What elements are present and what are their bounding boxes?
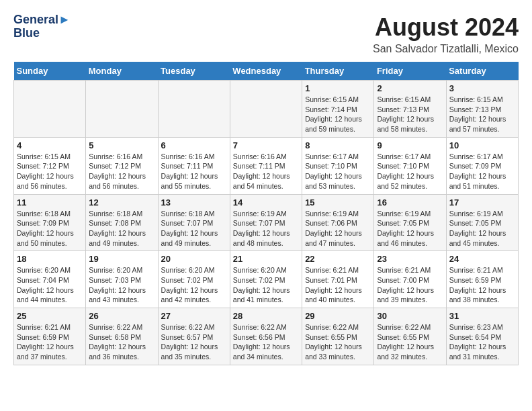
day-detail: Sunrise: 6:16 AMSunset: 7:11 PMDaylight:… <box>233 152 299 191</box>
calendar-week-row: 25Sunrise: 6:21 AMSunset: 6:59 PMDayligh… <box>14 308 519 365</box>
weekday-header-row: SundayMondayTuesdayWednesdayThursdayFrid… <box>14 62 519 81</box>
day-number: 26 <box>89 311 154 321</box>
calendar-cell: 4Sunrise: 6:15 AMSunset: 7:12 PMDaylight… <box>14 137 86 194</box>
calendar-cell: 29Sunrise: 6:22 AMSunset: 6:55 PMDayligh… <box>302 308 374 365</box>
calendar-cell: 16Sunrise: 6:19 AMSunset: 7:05 PMDayligh… <box>374 194 446 251</box>
day-number: 7 <box>233 140 299 150</box>
calendar-cell: 23Sunrise: 6:21 AMSunset: 7:00 PMDayligh… <box>374 251 446 308</box>
weekday-header: Sunday <box>14 62 86 81</box>
calendar-cell: 13Sunrise: 6:18 AMSunset: 7:07 PMDayligh… <box>158 194 230 251</box>
day-number: 27 <box>161 311 227 321</box>
day-detail: Sunrise: 6:17 AMSunset: 7:10 PMDaylight:… <box>305 152 371 191</box>
day-number: 23 <box>377 254 443 264</box>
day-detail: Sunrise: 6:15 AMSunset: 7:14 PMDaylight:… <box>305 95 371 134</box>
calendar-cell: 10Sunrise: 6:17 AMSunset: 7:09 PMDayligh… <box>446 137 518 194</box>
day-number: 9 <box>377 140 443 150</box>
day-number: 3 <box>449 83 515 93</box>
calendar-week-row: 11Sunrise: 6:18 AMSunset: 7:09 PMDayligh… <box>14 194 519 251</box>
day-detail: Sunrise: 6:21 AMSunset: 6:59 PMDaylight:… <box>449 265 515 305</box>
day-number: 24 <box>449 254 515 264</box>
day-number: 18 <box>17 254 83 264</box>
calendar-cell: 2Sunrise: 6:15 AMSunset: 7:13 PMDaylight… <box>374 81 446 138</box>
calendar-cell: 28Sunrise: 6:22 AMSunset: 6:56 PMDayligh… <box>230 308 302 365</box>
day-detail: Sunrise: 6:19 AMSunset: 7:06 PMDaylight:… <box>305 209 371 248</box>
day-detail: Sunrise: 6:19 AMSunset: 7:05 PMDaylight:… <box>449 209 515 248</box>
calendar-cell: 8Sunrise: 6:17 AMSunset: 7:10 PMDaylight… <box>302 137 374 194</box>
day-number: 4 <box>17 140 83 150</box>
calendar-cell: 12Sunrise: 6:18 AMSunset: 7:08 PMDayligh… <box>86 194 158 251</box>
logo-text: General►Blue <box>13 13 71 40</box>
day-number: 19 <box>89 254 154 264</box>
day-number: 21 <box>233 254 299 264</box>
weekday-header: Thursday <box>302 62 374 81</box>
calendar-cell <box>230 81 302 138</box>
day-detail: Sunrise: 6:17 AMSunset: 7:09 PMDaylight:… <box>449 152 515 191</box>
day-detail: Sunrise: 6:21 AMSunset: 7:01 PMDaylight:… <box>305 265 371 305</box>
day-detail: Sunrise: 6:23 AMSunset: 6:54 PMDaylight:… <box>449 322 515 362</box>
calendar-cell: 19Sunrise: 6:20 AMSunset: 7:03 PMDayligh… <box>86 251 158 308</box>
calendar-week-row: 1Sunrise: 6:15 AMSunset: 7:14 PMDaylight… <box>14 81 519 138</box>
calendar-cell: 15Sunrise: 6:19 AMSunset: 7:06 PMDayligh… <box>302 194 374 251</box>
day-detail: Sunrise: 6:20 AMSunset: 7:02 PMDaylight:… <box>161 265 227 305</box>
calendar-cell: 22Sunrise: 6:21 AMSunset: 7:01 PMDayligh… <box>302 251 374 308</box>
day-detail: Sunrise: 6:16 AMSunset: 7:11 PMDaylight:… <box>161 152 227 191</box>
calendar-cell: 7Sunrise: 6:16 AMSunset: 7:11 PMDaylight… <box>230 137 302 194</box>
weekday-header: Monday <box>86 62 158 81</box>
day-detail: Sunrise: 6:22 AMSunset: 6:55 PMDaylight:… <box>305 322 371 362</box>
calendar-cell: 21Sunrise: 6:20 AMSunset: 7:02 PMDayligh… <box>230 251 302 308</box>
day-number: 8 <box>305 140 371 150</box>
day-number: 29 <box>305 311 371 321</box>
day-detail: Sunrise: 6:20 AMSunset: 7:03 PMDaylight:… <box>89 265 154 305</box>
day-detail: Sunrise: 6:18 AMSunset: 7:07 PMDaylight:… <box>161 209 227 248</box>
calendar-cell: 30Sunrise: 6:22 AMSunset: 6:55 PMDayligh… <box>374 308 446 365</box>
day-number: 16 <box>377 197 443 208</box>
day-detail: Sunrise: 6:22 AMSunset: 6:58 PMDaylight:… <box>89 322 154 362</box>
day-number: 31 <box>449 311 515 321</box>
weekday-header: Friday <box>374 62 446 81</box>
day-number: 14 <box>233 197 299 208</box>
logo: General►Blue <box>13 13 71 40</box>
weekday-header: Wednesday <box>230 62 302 81</box>
calendar-week-row: 4Sunrise: 6:15 AMSunset: 7:12 PMDaylight… <box>14 137 519 194</box>
calendar-cell: 25Sunrise: 6:21 AMSunset: 6:59 PMDayligh… <box>14 308 86 365</box>
calendar-cell: 27Sunrise: 6:22 AMSunset: 6:57 PMDayligh… <box>158 308 230 365</box>
page-header: General►Blue August 2024 San Salvador Ti… <box>13 13 519 55</box>
calendar-cell: 9Sunrise: 6:17 AMSunset: 7:10 PMDaylight… <box>374 137 446 194</box>
day-number: 25 <box>17 311 83 321</box>
day-number: 5 <box>89 140 154 150</box>
day-detail: Sunrise: 6:16 AMSunset: 7:12 PMDaylight:… <box>89 152 154 191</box>
calendar-cell <box>158 81 230 138</box>
calendar-cell: 5Sunrise: 6:16 AMSunset: 7:12 PMDaylight… <box>86 137 158 194</box>
day-detail: Sunrise: 6:15 AMSunset: 7:12 PMDaylight:… <box>17 152 83 191</box>
day-number: 1 <box>305 83 371 93</box>
day-number: 17 <box>449 197 515 208</box>
day-detail: Sunrise: 6:21 AMSunset: 6:59 PMDaylight:… <box>17 322 83 362</box>
day-number: 20 <box>161 254 227 264</box>
day-number: 22 <box>305 254 371 264</box>
calendar-cell: 11Sunrise: 6:18 AMSunset: 7:09 PMDayligh… <box>14 194 86 251</box>
day-detail: Sunrise: 6:17 AMSunset: 7:10 PMDaylight:… <box>377 152 443 191</box>
day-detail: Sunrise: 6:18 AMSunset: 7:09 PMDaylight:… <box>17 209 83 248</box>
day-detail: Sunrise: 6:18 AMSunset: 7:08 PMDaylight:… <box>89 209 154 248</box>
location: San Salvador Tizatlalli, Mexico <box>373 43 519 55</box>
day-number: 30 <box>377 311 443 321</box>
calendar-cell: 17Sunrise: 6:19 AMSunset: 7:05 PMDayligh… <box>446 194 518 251</box>
calendar-week-row: 18Sunrise: 6:20 AMSunset: 7:04 PMDayligh… <box>14 251 519 308</box>
calendar-cell: 18Sunrise: 6:20 AMSunset: 7:04 PMDayligh… <box>14 251 86 308</box>
day-number: 2 <box>377 83 443 93</box>
day-detail: Sunrise: 6:20 AMSunset: 7:02 PMDaylight:… <box>233 265 299 305</box>
calendar-table: SundayMondayTuesdayWednesdayThursdayFrid… <box>13 62 519 365</box>
calendar-cell: 6Sunrise: 6:16 AMSunset: 7:11 PMDaylight… <box>158 137 230 194</box>
day-number: 10 <box>449 140 515 150</box>
title-area: August 2024 San Salvador Tizatlalli, Mex… <box>373 13 519 55</box>
day-detail: Sunrise: 6:22 AMSunset: 6:55 PMDaylight:… <box>377 322 443 362</box>
day-detail: Sunrise: 6:15 AMSunset: 7:13 PMDaylight:… <box>377 95 443 134</box>
day-number: 12 <box>89 197 154 208</box>
day-number: 11 <box>17 197 83 208</box>
day-detail: Sunrise: 6:21 AMSunset: 7:00 PMDaylight:… <box>377 265 443 305</box>
calendar-cell: 3Sunrise: 6:15 AMSunset: 7:13 PMDaylight… <box>446 81 518 138</box>
calendar-cell <box>86 81 158 138</box>
day-detail: Sunrise: 6:20 AMSunset: 7:04 PMDaylight:… <box>17 265 83 305</box>
day-number: 13 <box>161 197 227 208</box>
day-detail: Sunrise: 6:22 AMSunset: 6:56 PMDaylight:… <box>233 322 299 362</box>
